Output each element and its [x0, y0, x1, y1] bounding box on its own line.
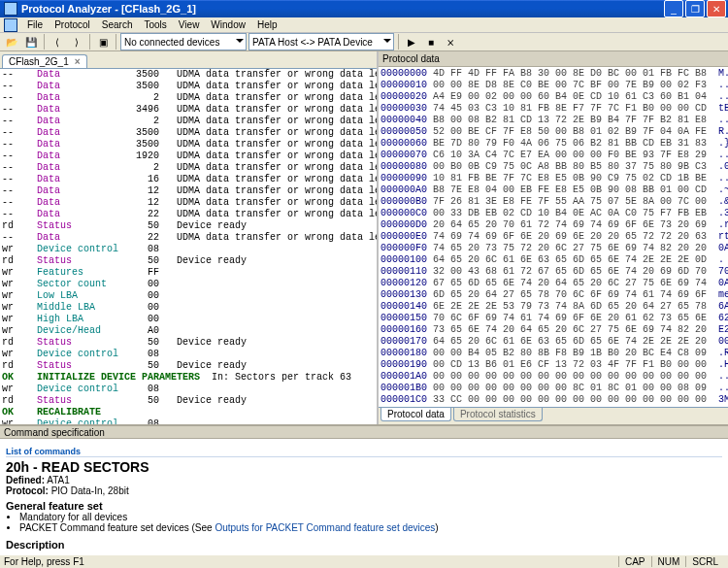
cmd-feat-link[interactable]: Outputs for PACKET Command feature set d…	[215, 522, 435, 533]
hex-row: 00000030 74 45 03 C3 10 81 FB 8E F7 7F 7…	[381, 103, 728, 115]
trace-row[interactable]: rd Status 50 Device ready	[0, 395, 377, 407]
tab-file-label: CFlash_2G_1	[9, 56, 69, 67]
hex-row: 00000100 64 65 20 6C 61 6E 63 65 6D 65 6…	[381, 254, 728, 266]
tb-prev-icon[interactable]: ⟨	[49, 33, 66, 50]
menu-window[interactable]: Window	[205, 17, 251, 32]
trace-row[interactable]: -- Data 3500 UDMA data transfer or wrong…	[0, 69, 377, 81]
tb-save-icon[interactable]: 💾	[22, 33, 40, 50]
menubar: File Protocol Search Tools View Window H…	[0, 17, 728, 33]
trace-row[interactable]: rd Status 50 Device ready	[0, 337, 377, 349]
trace-row[interactable]: -- Data 2 UDMA data transfer or wrong da…	[0, 162, 377, 174]
hex-row: 00000140 6E 2E 2E 2E 53 79 73 74 8A 6D 6…	[381, 301, 728, 313]
trace-row[interactable]: -- Data 3496 UDMA data transfer or wrong…	[0, 104, 377, 116]
status-num: NUM	[651, 556, 686, 567]
hex-row: 00000190 00 CD 13 B6 01 E6 CF 13 72 03 4…	[381, 359, 728, 371]
tb-stop-icon[interactable]: ■	[422, 33, 440, 50]
trace-row[interactable]: -- Data 16 UDMA data transfer or wrong d…	[0, 174, 377, 185]
trace-row[interactable]: -- Data 3500 UDMA data transfer or wrong…	[0, 139, 377, 150]
restore-button[interactable]: ❐	[685, 0, 705, 17]
tab-protocol-stats[interactable]: Protocol statistics	[453, 408, 543, 421]
trace-list[interactable]: -- Data 3500 UDMA data transfer or wrong…	[0, 69, 377, 424]
menu-protocol[interactable]: Protocol	[49, 17, 96, 32]
hex-row: 00000120 67 65 6D 65 6E 74 20 64 65 20 6…	[381, 278, 728, 289]
toolbar: 📂 💾 ⟨ ⟩ ▣ No connected devices PATA Host…	[0, 33, 728, 51]
trace-row[interactable]: wr Features FF	[0, 267, 377, 279]
cmd-feat-0: Mandatory for all devices	[19, 512, 722, 522]
cmd-defined-value: ATA1	[47, 475, 70, 485]
tb-next-icon[interactable]: ⟩	[68, 33, 85, 50]
trace-row[interactable]: -- Data 2 UDMA data transfer or wrong da…	[0, 116, 377, 127]
tb-clear-icon[interactable]: ⨯	[442, 33, 459, 50]
trace-row[interactable]: rd Status 50 Device ready	[0, 360, 377, 372]
trace-row[interactable]: wr Middle LBA 00	[0, 302, 377, 314]
menu-file[interactable]: File	[21, 17, 49, 32]
menu-help[interactable]: Help	[251, 17, 283, 32]
command-spec-title: Command specification	[4, 427, 105, 438]
hex-row: 00000170 64 65 20 6C 61 6E 63 65 6D 65 6…	[381, 336, 728, 348]
hex-row: 000000A0 B8 7E E8 04 00 EB FE E8 E5 0B 9…	[381, 184, 728, 196]
device-select[interactable]: No connected devices	[120, 33, 247, 50]
hex-row: 00000070 C6 10 3A C4 7C E7 EA 00 00 00 F…	[381, 150, 728, 161]
trace-row[interactable]: -- Data 22 UDMA data transfer or wrong d…	[0, 232, 377, 244]
trace-row[interactable]: wr Device control 08	[0, 349, 377, 360]
hex-row: 00000160 73 65 6E 74 20 64 65 20 6C 27 7…	[381, 324, 728, 336]
menu-search[interactable]: Search	[96, 17, 139, 32]
hex-row: 000000E0 74 69 74 69 6F 6E 20 69 6E 20 2…	[381, 231, 728, 243]
tb-open-icon[interactable]: 📂	[3, 33, 20, 50]
hex-row: 000001A0 00 00 00 00 00 00 00 00 00 00 0…	[381, 371, 728, 383]
hex-row: 00000010 00 00 8E D8 8E C0 BE 00 7C BF 0…	[381, 80, 728, 91]
tab-file[interactable]: CFlash_2G_1×	[2, 54, 87, 68]
protocol-data-pane: Protocol data 00000000 4D FF 4D FF FA B8…	[379, 51, 728, 424]
trace-row[interactable]: wr Device/Head A0	[0, 325, 377, 337]
tab-protocol-data[interactable]: Protocol data	[381, 408, 451, 421]
close-button[interactable]: ✕	[707, 0, 726, 17]
titlebar: Protocol Analyzer - [CFlash_2G_1] _ ❐ ✕	[0, 0, 728, 17]
trace-row[interactable]: wr Device control 08	[0, 384, 377, 395]
trace-row[interactable]: -- Data 2 UDMA data transfer or wrong da…	[0, 92, 377, 104]
hex-row: 00000040 B8 00 08 B2 81 CD 13 72 2E B9 B…	[381, 115, 728, 126]
menu-tools[interactable]: Tools	[139, 17, 173, 32]
trace-row[interactable]: -- Data 3500 UDMA data transfer or wrong…	[0, 81, 377, 92]
trace-row[interactable]: wr High LBA 00	[0, 314, 377, 325]
hex-row: 00000080 00 B0 0B C9 75 0C A8 BB 80 B5 8…	[381, 161, 728, 173]
hex-row: 000000D0 20 64 65 20 70 61 72 74 69 74 6…	[381, 219, 728, 231]
hex-row: 00000050 52 00 BE CF 7F E8 50 00 B8 01 0…	[381, 126, 728, 138]
doc-icon	[4, 18, 17, 32]
tab-close-icon[interactable]: ×	[75, 56, 81, 67]
minimize-button[interactable]: _	[664, 0, 683, 17]
cmd-desc-heading: Description	[6, 539, 722, 551]
trace-row[interactable]: -- Data 1920 UDMA data transfer or wrong…	[0, 150, 377, 162]
hex-row: 00000000 4D FF 4D FF FA B8 30 00 8E D0 B…	[381, 68, 728, 80]
tb-filter-icon[interactable]: ▣	[94, 33, 112, 50]
trace-row[interactable]: wr Device control 08	[0, 418, 377, 424]
menu-view[interactable]: View	[173, 17, 206, 32]
hex-row: 00000180 00 00 B4 05 B2 80 8B F8 B9 1B B…	[381, 348, 728, 359]
trace-pane: CFlash_2G_1× -- Data 3500 UDMA data tran…	[0, 51, 377, 424]
hex-row: 000000C0 00 33 DB EB 02 CD 10 B4 0E AC 0…	[381, 208, 728, 219]
hex-row: 000000F0 74 65 20 73 75 72 20 6C 27 75 6…	[381, 243, 728, 254]
cmd-feat-1: PACKET Command feature set devices (See …	[19, 522, 722, 533]
trace-row[interactable]: wr Sector count 00	[0, 279, 377, 290]
hex-row: 00000110 32 00 43 68 61 72 67 65 6D 65 6…	[381, 266, 728, 278]
trace-row[interactable]: -- Data 12 UDMA data transfer or wrong d…	[0, 185, 377, 197]
cmd-protocol-label: Protocol:	[6, 485, 49, 496]
trace-row[interactable]: -- Data 12 UDMA data transfer or wrong d…	[0, 197, 377, 209]
app-icon	[4, 2, 17, 16]
trace-row[interactable]: OK RECALIBRATE	[0, 407, 377, 418]
tb-play-icon[interactable]: ▶	[403, 33, 420, 50]
cmd-list-heading: List of commands	[6, 447, 722, 457]
hex-row: 00000020 A4 E9 00 02 00 00 60 B4 0E CD 1…	[381, 91, 728, 103]
mode-select[interactable]: PATA Host <-> PATA Device	[248, 33, 394, 50]
command-spec-body[interactable]: List of commands 20h - READ SECTORS Defi…	[0, 439, 728, 554]
trace-row[interactable]: wr Device control 08	[0, 244, 377, 255]
trace-row[interactable]: -- Data 22 UDMA data transfer or wrong d…	[0, 209, 377, 220]
trace-row[interactable]: rd Status 50 Device ready	[0, 220, 377, 232]
cmd-protocol-value: PIO Data-In, 28bit	[51, 485, 129, 496]
trace-row[interactable]: rd Status 50 Device ready	[0, 255, 377, 267]
hex-view[interactable]: 00000000 4D FF 4D FF FA B8 30 00 8E D0 B…	[379, 67, 728, 407]
hex-row: 00000060 BE 7D 80 79 F0 4A 06 75 06 B2 8…	[381, 138, 728, 150]
trace-row[interactable]: OK INITIALIZE DEVICE PARAMETERS In: Sect…	[0, 372, 377, 384]
trace-row[interactable]: wr Low LBA 00	[0, 290, 377, 302]
trace-row[interactable]: -- Data 3500 UDMA data transfer or wrong…	[0, 127, 377, 139]
protocol-data-header: Protocol data	[379, 51, 728, 67]
